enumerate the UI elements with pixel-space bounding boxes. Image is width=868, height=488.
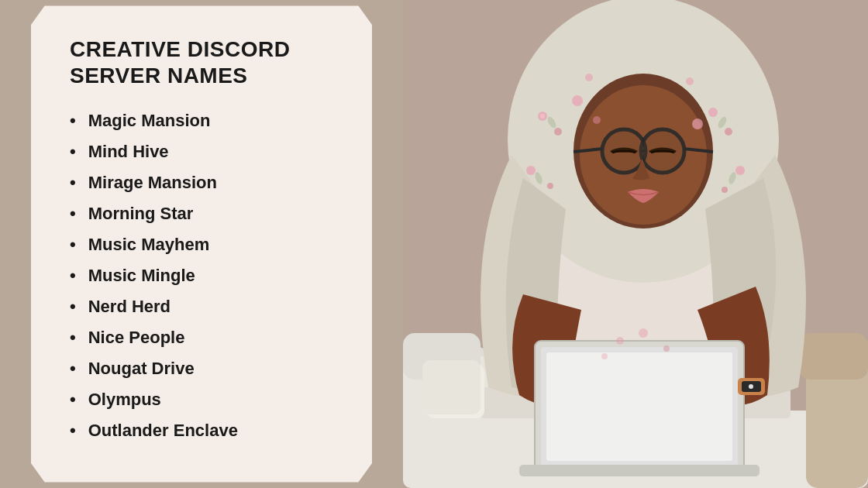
svg-point-32 [686, 77, 694, 85]
card-title: Creative Discord Server Names [70, 36, 333, 88]
svg-point-27 [725, 128, 732, 136]
list-item: Music Mingle [70, 266, 333, 286]
svg-point-45 [663, 345, 670, 352]
person-illustration [403, 0, 868, 488]
list-item: Music Mayhem [70, 235, 333, 255]
photo-area [403, 0, 868, 488]
svg-point-43 [749, 384, 753, 389]
svg-point-26 [708, 108, 718, 117]
card-inner: Creative Discord Server Names Magic Mans… [70, 36, 333, 440]
svg-point-24 [526, 166, 536, 175]
svg-rect-39 [546, 352, 732, 461]
list-item: Nougat Drive [70, 359, 333, 379]
list-item: Mirage Mansion [70, 173, 333, 193]
svg-point-21 [554, 128, 562, 136]
list-item: Outlander Enclave [70, 421, 333, 441]
svg-point-46 [639, 328, 648, 338]
svg-point-25 [547, 183, 553, 189]
svg-point-23 [593, 116, 601, 124]
svg-point-44 [616, 337, 624, 345]
svg-point-20 [540, 114, 545, 119]
list-item: Nice People [70, 328, 333, 348]
svg-rect-7 [798, 333, 868, 380]
svg-point-47 [601, 353, 608, 359]
svg-rect-49 [422, 360, 480, 414]
list-item: Olympus [70, 390, 333, 410]
info-card: Creative Discord Server Names Magic Mans… [31, 5, 372, 482]
list-item: Morning Star [70, 204, 333, 224]
svg-point-22 [572, 95, 583, 106]
right-panel [403, 0, 868, 488]
svg-point-30 [722, 187, 728, 193]
svg-point-31 [585, 74, 593, 81]
svg-rect-40 [519, 465, 760, 476]
names-list: Magic MansionMind HiveMirage MansionMorn… [70, 111, 333, 441]
svg-point-29 [735, 166, 745, 175]
content-area: Creative Discord Server Names Magic Mans… [0, 0, 868, 488]
list-item: Mind Hive [70, 142, 333, 162]
list-item: Magic Mansion [70, 111, 333, 131]
left-panel: Creative Discord Server Names Magic Mans… [0, 0, 403, 488]
list-item: Nerd Herd [70, 297, 333, 317]
svg-point-28 [692, 119, 703, 129]
